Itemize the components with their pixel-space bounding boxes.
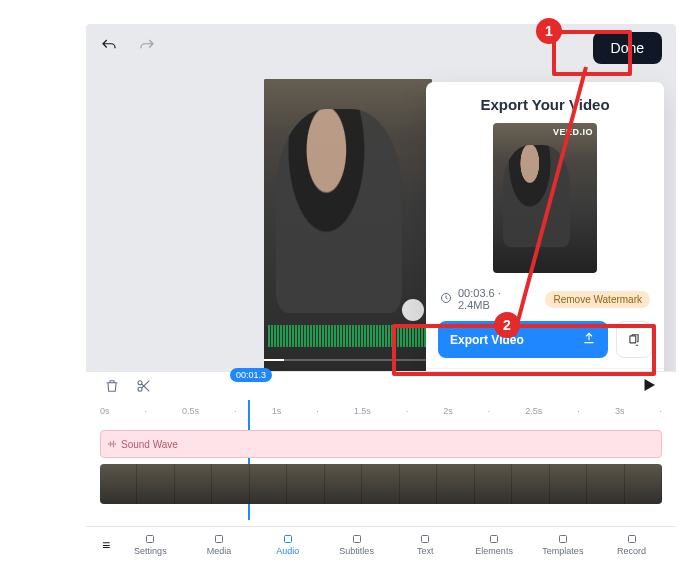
nav-item-settings[interactable]: Settings [116,533,185,556]
nav-item-record[interactable]: Record [597,533,666,556]
video-frame [325,464,362,504]
svg-point-3 [138,381,142,385]
audio-track-label: Sound Wave [121,439,178,450]
remove-watermark-button[interactable]: Remove Watermark [545,291,650,308]
export-title: Export Your Video [426,96,664,113]
ruler-tick: 2.5s [525,406,542,420]
nav-label: Media [207,546,232,556]
time-ruler[interactable]: 0s·0.5s·1s·1.5s·2s·2.5s·3s· [100,406,662,420]
editor-window: Done Export Your Video VEED.IO 00:03.6 ·… [86,24,676,562]
export-thumbnail: VEED.IO [493,123,597,273]
nav-item-media[interactable]: Media [185,533,254,556]
menu-icon[interactable]: ≡ [96,537,116,553]
ruler-tick: 2s [443,406,453,420]
ruler-tick: · [234,406,237,420]
ruler-tick: · [659,406,662,420]
done-button[interactable]: Done [593,32,662,64]
ruler-tick: · [577,406,580,420]
video-frame [437,464,474,504]
ruler-tick: 0s [100,406,110,420]
video-track[interactable] [100,464,662,504]
video-frame [400,464,437,504]
record-icon [625,533,639,545]
video-frame [212,464,249,504]
video-frame [587,464,624,504]
video-frame [475,464,512,504]
trash-icon[interactable] [104,378,120,398]
nav-item-elements[interactable]: Elements [460,533,529,556]
media-icon [212,533,226,545]
video-frame [175,464,212,504]
preview-progress[interactable] [264,359,432,361]
ruler-tick: 3s [615,406,625,420]
video-frame [287,464,324,504]
timeline-tools [104,378,152,398]
video-frame [512,464,549,504]
ruler-tick: · [145,406,148,420]
svg-rect-9 [422,536,429,543]
video-frame [362,464,399,504]
export-video-label: Export Video [450,333,524,347]
ruler-tick: 1.5s [354,406,371,420]
waveform-overlay [268,325,428,347]
export-video-button[interactable]: Export Video [438,321,608,358]
tutorial-screenshot: Done Export Your Video VEED.IO 00:03.6 ·… [0,0,700,578]
nav-label: Settings [134,546,167,556]
volume-icon[interactable] [402,299,424,321]
svg-rect-11 [559,536,566,543]
export-upload-icon [582,331,596,348]
svg-rect-1 [630,335,636,342]
nav-label: Elements [475,546,513,556]
nav-item-subtitles[interactable]: Subtitles [322,533,391,556]
bottom-nav: ≡ SettingsMediaAudioSubtitlesTextElement… [86,526,676,562]
nav-label: Record [617,546,646,556]
svg-rect-7 [284,536,291,543]
svg-point-4 [138,387,142,391]
copy-link-button[interactable] [616,321,652,358]
svg-rect-12 [628,536,635,543]
play-button[interactable] [640,376,658,398]
templates-icon [556,533,570,545]
redo-icon[interactable] [138,37,156,59]
watermark-label: VEED.IO [553,127,593,137]
video-frame [625,464,662,504]
elements-icon [487,533,501,545]
playhead-time-badge[interactable]: 00:01.3 [230,368,272,382]
nav-item-templates[interactable]: Templates [529,533,598,556]
settings-icon [143,533,157,545]
video-preview[interactable] [264,79,432,371]
history-buttons [100,37,156,59]
video-frame [550,464,587,504]
ruler-tick: 0.5s [182,406,199,420]
nav-item-audio[interactable]: Audio [254,533,323,556]
scissors-icon[interactable] [136,378,152,398]
svg-rect-8 [353,536,360,543]
timeline: 0s·0.5s·1s·1.5s·2s·2.5s·3s· 00:01.3 Soun… [86,371,676,526]
video-frame [137,464,174,504]
subtitles-icon [350,533,364,545]
nav-label: Templates [542,546,583,556]
ruler-tick: 1s [272,406,282,420]
ruler-tick: · [406,406,409,420]
svg-rect-6 [216,536,223,543]
nav-label: Audio [276,546,299,556]
nav-label: Subtitles [339,546,374,556]
video-frame [100,464,137,504]
export-meta-row: 00:03.6 · 2.4MB Remove Watermark [426,283,664,321]
svg-rect-5 [147,536,154,543]
ruler-tick: · [488,406,491,420]
export-row: Export Video [426,321,664,368]
audio-track[interactable]: Sound Wave [100,430,662,458]
clock-icon [440,292,452,306]
undo-icon[interactable] [100,37,118,59]
nav-label: Text [417,546,434,556]
video-frame [250,464,287,504]
top-bar: Done [86,24,676,72]
ruler-tick: · [316,406,319,420]
text-icon [418,533,432,545]
file-info: 00:03.6 · 2.4MB [458,287,533,311]
svg-rect-10 [491,536,498,543]
audio-icon [281,533,295,545]
nav-item-text[interactable]: Text [391,533,460,556]
